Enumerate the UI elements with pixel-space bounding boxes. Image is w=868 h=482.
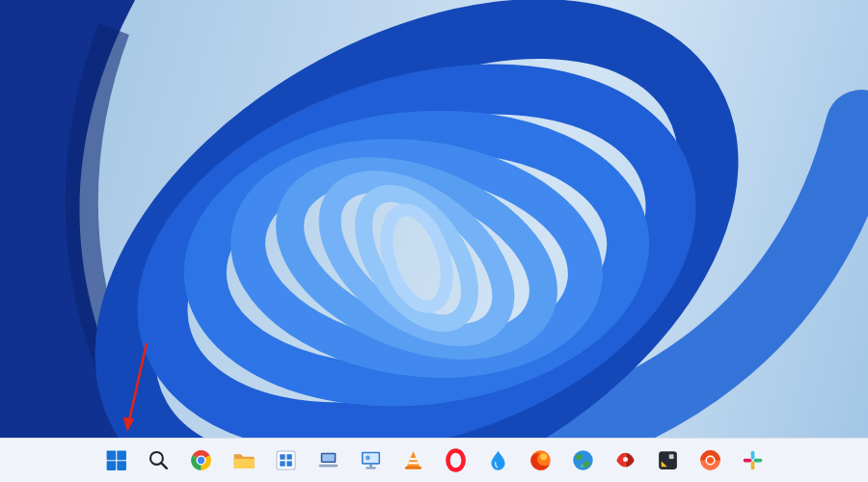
taskbar-button-grid-app[interactable]	[266, 442, 306, 480]
laptop-app-icon	[316, 448, 340, 472]
taskbar-button-red-wings-app[interactable]	[606, 442, 645, 480]
windows-11-desktop-screen	[0, 0, 868, 482]
firefox-icon	[529, 448, 553, 472]
taskbar-button-vlc[interactable]	[393, 442, 433, 480]
taskbar-button-droplet-app[interactable]	[478, 442, 518, 480]
opera-icon	[444, 448, 468, 472]
desktop[interactable]	[0, 0, 868, 439]
taskbar-button-orange-browser[interactable]	[691, 442, 730, 480]
display-app-icon	[359, 448, 383, 472]
taskbar	[0, 438, 868, 482]
grid-app-icon	[274, 448, 298, 472]
vlc-cone-icon	[401, 448, 425, 472]
search-icon	[147, 448, 171, 472]
globe-app-icon	[571, 448, 595, 472]
taskbar-button-firefox[interactable]	[521, 442, 560, 480]
orange-ring-browser-icon	[698, 448, 722, 472]
taskbar-button-dark-square-app[interactable]	[648, 442, 688, 480]
wallpaper-bloom-art	[0, 0, 868, 439]
chrome-icon	[189, 448, 213, 472]
droplet-app-icon	[486, 448, 510, 472]
taskbar-button-slack[interactable]	[733, 442, 773, 480]
taskbar-button-globe-app[interactable]	[563, 442, 603, 480]
taskbar-button-opera[interactable]	[436, 442, 475, 480]
taskbar-button-file-explorer[interactable]	[224, 442, 263, 480]
taskbar-button-laptop-app[interactable]	[309, 442, 348, 480]
windows-logo-icon	[104, 448, 128, 472]
dark-square-app-icon	[656, 448, 680, 472]
taskbar-button-search[interactable]	[139, 442, 178, 480]
red-wings-app-icon	[613, 448, 637, 472]
taskbar-icon-group	[96, 442, 773, 480]
file-explorer-icon	[231, 448, 256, 472]
slack-icon	[741, 448, 765, 472]
taskbar-button-display-app[interactable]	[351, 442, 391, 480]
taskbar-button-start[interactable]	[96, 442, 136, 480]
taskbar-button-chrome[interactable]	[181, 442, 221, 480]
